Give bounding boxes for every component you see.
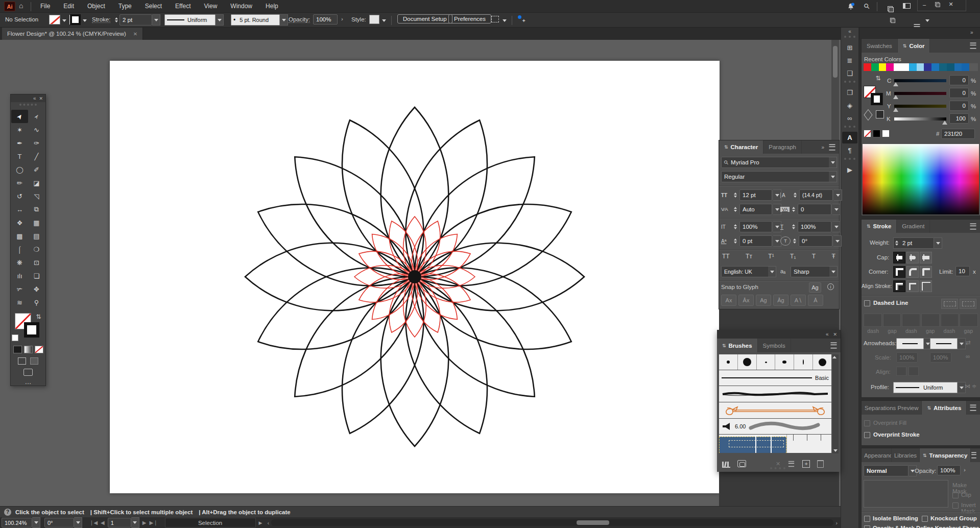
hand-tool[interactable]: ✥ <box>28 282 45 296</box>
cap-projecting-button[interactable] <box>920 252 932 263</box>
font-family-chevron-icon[interactable] <box>829 157 837 168</box>
width-tool[interactable]: ↔ <box>11 203 28 216</box>
close-tools-icon[interactable]: ✕ <box>39 96 43 101</box>
last-color-swatch[interactable] <box>876 110 884 118</box>
column-graph-tool[interactable]: ılı <box>11 269 28 282</box>
magenta-slider-thumb[interactable] <box>893 95 898 99</box>
recent-color-swatch[interactable] <box>871 63 879 71</box>
fill-chevron-icon[interactable] <box>62 19 66 22</box>
cyan-slider-thumb[interactable] <box>893 82 898 86</box>
workspace-switcher-icon[interactable] <box>903 3 911 9</box>
stroke-weight-field[interactable]: 2 pt <box>119 14 152 26</box>
hscroll-left-icon[interactable]: ‹ <box>267 520 269 526</box>
tracking-field[interactable]: 0 <box>798 204 831 215</box>
recent-color-swatch[interactable] <box>954 63 962 71</box>
collapse-right-dock-icon[interactable]: » <box>970 30 973 35</box>
rotation-field[interactable]: 0° <box>44 518 74 527</box>
new-brush-icon[interactable]: + <box>802 460 810 468</box>
recent-color-swatch[interactable] <box>931 63 939 71</box>
tracking-stepper[interactable] <box>791 207 797 212</box>
zoom-level-field[interactable]: 100.24% <box>2 518 32 527</box>
calligraphic-brush-item[interactable] <box>738 354 756 370</box>
symbol-screener-tool[interactable]: ⊡ <box>28 256 45 269</box>
font-family-field[interactable]: ⚲ Myriad Pro <box>721 157 835 168</box>
stroke-swatch[interactable] <box>24 322 39 338</box>
opacity-field[interactable]: 100% <box>313 14 338 25</box>
case-button[interactable]: T¹ <box>768 253 774 260</box>
yellow-slider-thumb[interactable] <box>893 108 898 112</box>
yellow-value-field[interactable]: 0 <box>949 101 969 111</box>
panel-grip[interactable] <box>19 104 37 108</box>
style-swatch[interactable] <box>369 15 379 24</box>
align-center-button[interactable] <box>893 280 905 292</box>
arrow-brush-item[interactable] <box>719 402 831 418</box>
weight-field[interactable]: 2 pt <box>900 237 934 249</box>
black-slider-thumb[interactable] <box>942 121 947 125</box>
rotation-chevron-icon[interactable] <box>833 235 842 247</box>
opacity-link-label[interactable]: Opacity: <box>289 16 310 23</box>
charcoal-brush-item[interactable] <box>719 386 831 402</box>
dashed-line-checkbox[interactable] <box>864 300 870 306</box>
cyan-value-field[interactable]: 0 <box>949 75 969 85</box>
character-menu-icon[interactable] <box>829 144 835 150</box>
dock-grip[interactable] <box>844 158 855 162</box>
menu-item[interactable]: Effect <box>169 0 197 13</box>
default-fill-stroke-icon[interactable] <box>12 334 18 341</box>
document-setup-button[interactable]: Document Setup <box>397 14 452 23</box>
recent-color-swatch[interactable] <box>894 63 901 71</box>
paintbrush-tool[interactable]: ✐ <box>28 163 45 176</box>
tab-swatches[interactable]: Swatches <box>862 39 898 53</box>
prev-artboard-icon[interactable]: ◀ <box>101 520 105 525</box>
free-transform-tool[interactable]: ⧉ <box>28 203 45 216</box>
magenta-value-field[interactable]: 0 <box>949 88 969 98</box>
leading-chevron-icon[interactable] <box>834 189 842 201</box>
snap-to-glyph-button[interactable]: Ag <box>809 282 821 293</box>
weight-stepper[interactable] <box>893 237 900 249</box>
language-chevron-icon[interactable] <box>768 266 776 277</box>
fill-color-swatch[interactable] <box>49 15 60 25</box>
leading-field[interactable]: (14.4 pt) <box>799 189 833 201</box>
tab-gradient[interactable]: Gradient <box>897 220 930 233</box>
line-segment-tool[interactable]: ╱ <box>28 150 45 163</box>
restore-button[interactable] <box>931 0 944 9</box>
limit-field[interactable]: 10 <box>955 266 970 276</box>
transparency-opacity-field[interactable]: 100% <box>937 465 961 475</box>
selection-tool[interactable]: ➤ <box>11 110 28 123</box>
recent-color-swatch[interactable] <box>947 63 954 71</box>
font-style-chevron-icon[interactable] <box>829 171 837 182</box>
recent-color-swatch[interactable] <box>924 63 931 71</box>
brush-libraries-icon[interactable] <box>722 460 730 468</box>
direct-selection-tool[interactable]: ➣ <box>28 110 45 123</box>
style-chevron-icon[interactable] <box>382 19 386 22</box>
screen-mode-icon[interactable] <box>23 369 33 376</box>
width-profile-chevron-icon[interactable] <box>216 14 224 26</box>
horizontal-scale-field[interactable]: 100% <box>798 221 831 232</box>
antialias-field[interactable]: Sharp <box>791 266 834 277</box>
artboard-chevron-icon[interactable] <box>131 517 139 528</box>
art-brush-item[interactable]: 6.00 <box>719 419 831 434</box>
transparency-menu-icon[interactable] <box>972 452 976 459</box>
tab-libraries[interactable]: Libraries <box>892 448 920 462</box>
notifications-bell-icon[interactable] <box>847 3 855 11</box>
baseline-stepper[interactable] <box>732 238 738 244</box>
swap-colors-icon[interactable]: ⇄ <box>875 76 882 81</box>
edit-toolbar-icon[interactable]: … <box>11 378 45 386</box>
hscale-chevron-icon[interactable] <box>832 221 841 232</box>
slice-tool[interactable]: ✃ <box>11 282 28 296</box>
brushes-menu-icon[interactable] <box>831 343 837 349</box>
hscale-stepper[interactable] <box>791 224 797 229</box>
brush-list-scrollbar[interactable] <box>832 354 839 453</box>
stroke-weight-chevron-icon[interactable] <box>152 14 160 26</box>
align-inside-button[interactable] <box>906 280 919 292</box>
touch-workspace-icon[interactable]: ✦ <box>518 15 526 23</box>
corner-bevel-button[interactable] <box>920 266 932 278</box>
opacity-mask-checkbox[interactable] <box>864 525 870 528</box>
expand-dock-icon[interactable]: « <box>841 28 858 34</box>
recent-color-swatch[interactable] <box>939 63 947 71</box>
color-mode-button[interactable] <box>13 346 22 353</box>
tab-stroke[interactable]: Stroke <box>862 220 897 233</box>
menu-item[interactable]: Window <box>224 0 259 13</box>
dock-grip[interactable] <box>844 36 855 40</box>
menu-item[interactable]: Help <box>259 0 285 13</box>
close-brushes-icon[interactable]: ✕ <box>833 332 837 337</box>
